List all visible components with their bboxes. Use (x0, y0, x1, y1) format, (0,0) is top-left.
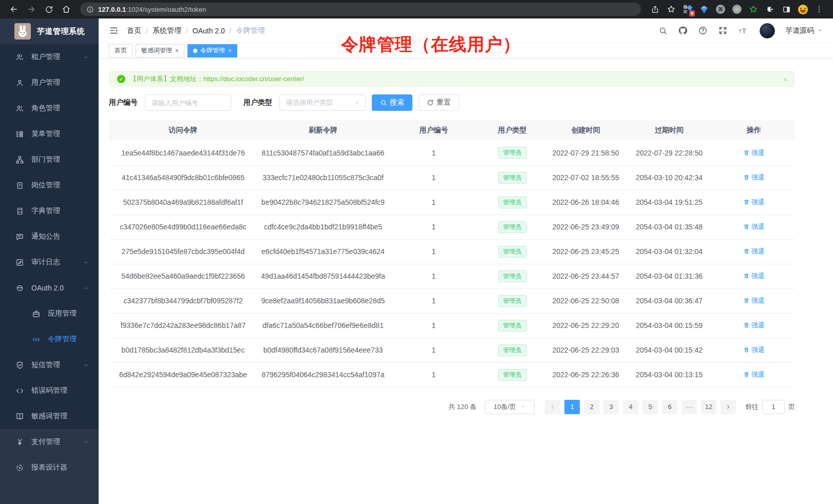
puzzle-icon[interactable] (762, 2, 778, 16)
sidebar-item-role[interactable]: 角色管理 (0, 95, 99, 121)
home-icon[interactable] (59, 2, 74, 16)
users-icon (15, 53, 24, 62)
sidebar-item-sms[interactable]: 短信管理 (0, 352, 99, 378)
force-logout-button[interactable]: 强退 (743, 222, 765, 231)
goto-page-input[interactable] (762, 400, 785, 414)
tab-0[interactable]: 首页 (109, 44, 132, 57)
access-token-cell: 502375b8040a469a9b82188afdf6af1f (109, 190, 257, 215)
page-button-5[interactable]: 5 (642, 400, 658, 414)
force-logout-button[interactable]: 强退 (743, 321, 765, 330)
side-panel-icon[interactable] (779, 2, 794, 16)
force-logout-button[interactable]: 强退 (743, 247, 765, 256)
page-button-4[interactable]: 4 (623, 400, 638, 414)
collapse-sidebar-icon[interactable] (109, 26, 119, 35)
sidebar-item-user[interactable]: 用户管理 (0, 70, 99, 95)
force-logout-button[interactable]: 强退 (743, 173, 765, 182)
sidebar-item-oauth-app[interactable]: 应用管理 (0, 301, 99, 326)
book-icon (15, 412, 24, 421)
search-button[interactable]: 搜索 (372, 94, 412, 111)
share-icon[interactable] (647, 2, 662, 16)
extension-cluster-icon[interactable]: 9 (680, 2, 695, 16)
table-row: 275e5de9151045fe87cbdc395e004f4de6cfd40e… (109, 239, 795, 264)
sidebar-item-pay[interactable]: 支付管理 (0, 429, 99, 455)
app-logo[interactable]: 芋道管理系统 (0, 18, 99, 44)
user-menu[interactable]: 芋道源码 (785, 26, 823, 35)
sidebar-item-menu[interactable]: 菜单管理 (0, 121, 99, 147)
page-button-1[interactable]: 1 (564, 400, 580, 414)
sidebar-item-oauth[interactable]: OAuth 2.0 (0, 275, 99, 301)
breadcrumb-item[interactable]: 首页 (127, 26, 141, 35)
green-star-icon[interactable] (746, 2, 761, 16)
close-tab-icon[interactable]: × (228, 48, 232, 54)
force-logout-button[interactable]: 强退 (743, 370, 765, 379)
user-avatar[interactable] (760, 23, 775, 38)
reload-icon[interactable] (41, 2, 56, 16)
record-icon[interactable] (729, 2, 745, 16)
doc-link[interactable]: https://doc.iocoder.cn/user-center/ (203, 75, 304, 83)
breadcrumb-item[interactable]: OAuth 2.0 (193, 27, 225, 35)
force-logout-button[interactable]: 强退 (743, 296, 765, 305)
user-type-select[interactable]: 请选择用户类型 (279, 94, 366, 111)
next-page-button[interactable] (721, 400, 736, 414)
browser-toolbar-icons: 9 ⌘ (647, 2, 827, 16)
forward-icon[interactable] (24, 2, 39, 16)
force-logout-button[interactable]: 强退 (743, 345, 765, 355)
github-icon[interactable] (678, 26, 688, 35)
page-size-select[interactable]: 10条/页 (485, 400, 535, 414)
action-cell: 强退 (713, 288, 795, 313)
sidebar-item-log[interactable]: 审计日志 (0, 249, 99, 275)
command-icon[interactable]: ⌘ (713, 2, 728, 16)
sidebar-item-post[interactable]: 岗位管理 (0, 172, 99, 198)
bookmark-star-icon[interactable] (664, 2, 679, 16)
sidebar-item-label: 令牌管理 (48, 335, 77, 344)
page-button-6[interactable]: 6 (662, 400, 677, 414)
user-type-cell: 管理员 (479, 165, 546, 190)
token-table: 访问令牌刷新令牌用户编号用户类型创建时间过期时间操作 1ea5e44f8bc14… (109, 120, 795, 387)
sidebar-item-dict[interactable]: 字典管理 (0, 198, 99, 224)
force-logout-button[interactable]: 强退 (743, 198, 765, 207)
force-logout-button[interactable]: 强退 (743, 148, 765, 158)
sidebar-item-tenant[interactable]: 租户管理 (0, 44, 99, 70)
extension-badge: 9 (689, 10, 695, 16)
sidebar-item-label: 报表设计器 (31, 463, 67, 472)
tab-1[interactable]: 敏感词管理× (136, 44, 184, 57)
prev-page-button[interactable] (545, 400, 560, 414)
sidebar-item-errcode[interactable]: 错误码管理 (0, 378, 99, 403)
sidebar-item-oauth-token[interactable]: A令牌管理 (0, 326, 99, 352)
sidebar-item-dept[interactable]: 部门管理 (0, 147, 99, 172)
column-header: 刷新令牌 (257, 120, 389, 141)
search-button-icon (380, 99, 387, 106)
created-time-cell: 2022-06-25 23:44:57 (546, 264, 626, 288)
sidebar-item-label: 部门管理 (31, 155, 60, 164)
kebab-menu-icon[interactable] (811, 2, 827, 16)
tab-2[interactable]: 令牌管理× (187, 44, 237, 57)
user-id-input[interactable] (145, 94, 231, 111)
breadcrumb-item[interactable]: 系统管理 (153, 26, 181, 35)
trash-icon (743, 199, 750, 205)
page-button-2[interactable]: 2 (584, 400, 599, 414)
user-id-cell: 1 (389, 190, 479, 215)
search-icon[interactable] (658, 26, 668, 35)
fullscreen-icon[interactable] (718, 26, 728, 35)
close-tab-icon[interactable]: × (175, 48, 179, 54)
help-icon[interactable] (698, 26, 708, 35)
alert-close-icon[interactable]: × (783, 75, 788, 84)
site-info-icon[interactable] (86, 6, 94, 13)
users-icon (15, 104, 24, 113)
column-header: 访问令牌 (109, 120, 257, 141)
force-logout-button[interactable]: 强退 (743, 272, 765, 281)
user-type-cell: 管理员 (479, 362, 546, 387)
sidebar-item-notice[interactable]: 通知公告 (0, 224, 99, 249)
font-size-icon[interactable]: TT (738, 26, 749, 35)
page-ellipsis[interactable]: ··· (681, 400, 697, 414)
page-button-12[interactable]: 12 (701, 400, 716, 414)
url-bar[interactable]: 127.0.0.1:1024/system/oauth2/token (80, 3, 641, 16)
reset-button[interactable]: 重置 (419, 94, 459, 111)
sidebar-item-sensitive[interactable]: 敏感词管理 (0, 403, 99, 429)
page-button-3[interactable]: 3 (603, 400, 619, 414)
back-icon[interactable] (6, 2, 22, 16)
access-token-cell: c347026e805e4d99b0d116eae66eda8c (109, 215, 257, 239)
gem-icon[interactable] (696, 2, 712, 16)
emoji-avatar-icon[interactable] (795, 2, 810, 16)
sidebar-item-report[interactable]: 报表设计器 (0, 455, 99, 480)
